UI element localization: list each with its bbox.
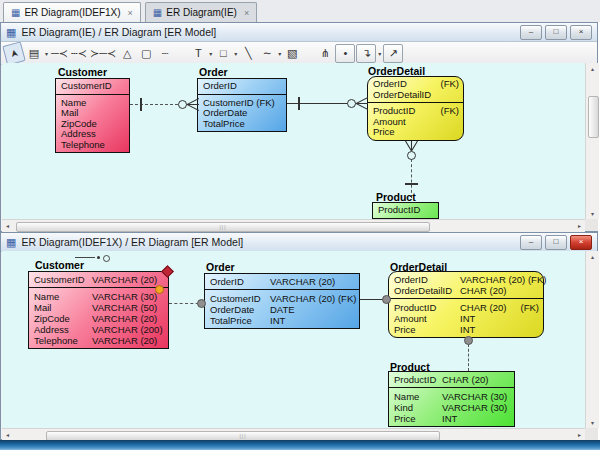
key-type: CHAR (20) [442,374,488,385]
chevron-down-icon[interactable]: ▾ [234,50,237,57]
tab-close-icon[interactable]: × [244,8,249,18]
titlebar-idef1x[interactable]: ▦ ER Diagram(IDEF1X) / ER Diagram [ER Mo… [1,233,597,252]
scrollbar-thumb[interactable] [588,96,599,138]
attribute-type: VARCHAR (20) [92,313,157,324]
relationship-orderdetail-product[interactable] [468,344,469,371]
restore-button[interactable]: □ [545,235,567,250]
attribute-type: VARCHAR (200) [92,324,163,335]
diagram-icon: ▦ [6,237,16,248]
tab-er-diagram-ie[interactable]: ▦ ER Diagram(IE) × [145,2,257,22]
titlebar-ie[interactable]: ▦ ER Diagram(IE) / ER Diagram [ER Model]… [1,23,597,42]
attribute-type: INT [460,313,475,324]
text-tool[interactable]: T [189,45,207,62]
key-type: CHAR (20) [460,285,506,296]
attribute-row: Mail [61,108,125,119]
attribute-row: ProductID CHAR (20) (FK) [394,302,539,313]
canvas-ie[interactable]: Customer CustomerID Name Mail ZipCode Ad… [2,63,585,219]
diagram-icon: ▦ [6,27,16,38]
line-tool[interactable]: ╲ [239,45,257,62]
curve-tool[interactable]: ∼ [258,45,276,62]
key-section: OrderID VARCHAR (20) [205,274,359,290]
attribute-row: Address VARCHAR (200) [34,324,164,335]
horizontal-scrollbar[interactable]: ◂ ||| ▸ [2,219,585,232]
zero-cardinality-circle [178,100,187,109]
entity-title: Customer [35,259,84,271]
key-row: OrderID [203,81,282,92]
entity-order[interactable]: OrderID VARCHAR (20) CustomerID VARCHAR … [204,273,360,329]
scroll-right-icon[interactable]: ▸ [574,220,585,231]
scroll-down-icon[interactable]: ▾ [587,208,598,219]
attribute-type: INT [460,324,475,335]
tab-er-diagram-idef1x[interactable]: ▦ ER Diagram(IDEF1X) × [3,2,141,22]
key-row: ProductID [378,205,434,216]
image-tool[interactable]: ▧ [283,45,301,62]
rectangle-tool[interactable]: □ [214,45,232,62]
pointer-tool[interactable]: ➤ [2,41,26,65]
attribute-row: OrderDate DATE [210,304,355,315]
fk-flag: (FK) [521,302,539,313]
attribute-section: CustomerID (FK) OrderDate TotalPrice [198,95,286,132]
app-frame-edge [0,440,600,450]
scroll-left-icon[interactable]: ◂ [2,220,13,231]
tab-label: ER Diagram(IDEF1X) [24,7,120,18]
one-cardinality-tick [298,97,300,110]
entity-product[interactable]: ProductID [372,202,439,219]
spray-tool[interactable]: ⋔ [316,45,334,62]
entity-tool[interactable]: ▤ [25,45,43,62]
dots-tool[interactable]: ┈ [156,45,174,62]
minimize-button[interactable]: – [520,25,542,40]
chevron-down-icon[interactable]: ▾ [45,50,48,57]
scroll-right-icon[interactable]: ▸ [574,429,585,440]
anchor-tool[interactable]: • [335,44,355,63]
zero-cardinality-circle [347,99,356,108]
scroll-up-icon[interactable]: ▴ [587,63,598,74]
attribute-row: ZipCode VARCHAR (20) [34,313,164,324]
attribute-name: ProductID [394,302,460,313]
vertical-scrollbar[interactable]: ▴ ▾ [585,251,599,428]
one-to-many-tool[interactable]: ─≺ [50,45,69,62]
entity-customer[interactable]: CustomerID VARCHAR (20) Name VARCHAR (30… [28,271,169,349]
entity-order[interactable]: OrderID CustomerID (FK) OrderDate TotalP… [197,78,287,132]
key-type: VARCHAR (20) (FK) [460,274,546,285]
attribute-type: VARCHAR (20) [92,335,157,346]
diagram-toolbar: ➤ ▤ ▾ ─≺ ┄≺ ≻─≺ △ ▢ ┈ T ▾ □ ▾ ╲ ∼ ▾ ▧ ⋔ … [1,42,597,65]
attribute-name: Kind [394,402,442,413]
entity-customer[interactable]: CustomerID Name Mail ZipCode Address Tel… [55,78,130,153]
attribute-type: VARCHAR (20) (FK) [270,293,356,304]
tab-close-icon[interactable]: × [128,8,133,18]
vertical-scrollbar[interactable]: ▴ ▾ [585,63,599,219]
entity-title: Order [199,66,228,78]
fit-tool[interactable]: ↗ [383,44,403,63]
chevron-down-icon[interactable]: ▾ [209,50,212,57]
scroll-left-icon[interactable]: ◂ [2,429,13,440]
restore-button[interactable]: □ [545,25,567,40]
diagram-icon: ▦ [11,8,20,18]
key-name: OrderID [394,274,460,285]
document-tabbar: ▦ ER Diagram(IDEF1X) × ▦ ER Diagram(IE) … [0,0,600,22]
subtype-tool[interactable]: △ [118,45,136,62]
chevron-down-icon[interactable]: ▾ [378,50,381,57]
label-tool[interactable]: ▢ [137,45,155,62]
canvas-idef1x[interactable]: Customer CustomerID VARCHAR (20) Name VA… [2,251,585,428]
scrollbar-thumb[interactable]: ||| [16,222,430,232]
chevron-down-icon[interactable]: ▾ [278,50,281,57]
key-section: ProductID [373,203,438,219]
entity-orderdetail[interactable]: OrderID (FK) OrderDetailID ProductID (FK… [367,76,464,141]
attribute-name: Price [373,127,395,138]
attribute-row: TotalPrice INT [210,315,355,326]
scroll-up-icon[interactable]: ▴ [587,251,598,262]
attribute-type: VARCHAR (50) [92,302,157,313]
layout-tool[interactable]: ↴ [356,44,376,63]
close-button[interactable]: × [570,25,592,40]
entity-product[interactable]: ProductID CHAR (20) Name VARCHAR (30) Ki… [388,371,515,427]
scroll-down-icon[interactable]: ▾ [587,417,598,428]
attribute-row: Kind VARCHAR (30) [394,402,510,413]
key-name: OrderID [210,276,270,287]
many-to-many-tool[interactable]: ≻─≺ [89,45,117,62]
key-name: OrderDetailID [373,90,431,101]
non-identifying-relationship-tool[interactable]: ┄≺ [70,45,88,62]
minimize-button[interactable]: – [520,235,542,250]
close-button[interactable]: × [570,235,592,250]
entity-orderdetail[interactable]: OrderID VARCHAR (20) (FK) OrderDetailID … [388,271,544,338]
one-cardinality-tick [140,98,142,111]
